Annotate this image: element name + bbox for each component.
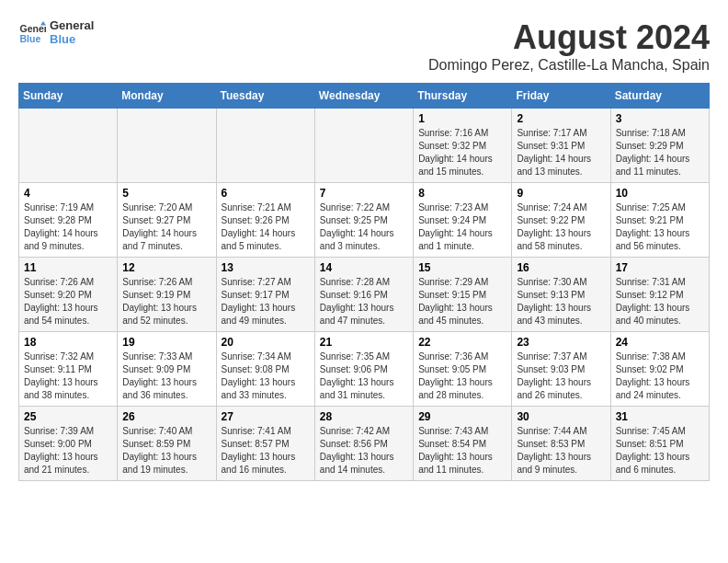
- calendar-cell: [216, 109, 314, 183]
- week-row-1: 1Sunrise: 7:16 AM Sunset: 9:32 PM Daylig…: [19, 109, 710, 183]
- day-info: Sunrise: 7:29 AM Sunset: 9:15 PM Dayligh…: [418, 276, 506, 327]
- calendar-cell: 16Sunrise: 7:30 AM Sunset: 9:13 PM Dayli…: [512, 258, 610, 332]
- calendar-cell: 5Sunrise: 7:20 AM Sunset: 9:27 PM Daylig…: [118, 183, 216, 258]
- day-info: Sunrise: 7:30 AM Sunset: 9:13 PM Dayligh…: [517, 276, 605, 327]
- header-saturday: Saturday: [610, 84, 709, 109]
- logo-line1: General: [50, 18, 94, 32]
- day-number: 7: [320, 187, 408, 200]
- day-number: 31: [616, 410, 704, 423]
- day-info: Sunrise: 7:25 AM Sunset: 9:21 PM Dayligh…: [616, 201, 704, 253]
- calendar-cell: 12Sunrise: 7:26 AM Sunset: 9:19 PM Dayli…: [118, 258, 216, 332]
- day-info: Sunrise: 7:26 AM Sunset: 9:19 PM Dayligh…: [122, 276, 210, 327]
- calendar-cell: 27Sunrise: 7:41 AM Sunset: 8:57 PM Dayli…: [216, 407, 314, 481]
- calendar-cell: 14Sunrise: 7:28 AM Sunset: 9:16 PM Dayli…: [314, 258, 413, 332]
- day-number: 21: [320, 336, 408, 349]
- day-number: 9: [517, 187, 605, 200]
- day-info: Sunrise: 7:32 AM Sunset: 9:11 PM Dayligh…: [24, 350, 112, 402]
- calendar-cell: 10Sunrise: 7:25 AM Sunset: 9:21 PM Dayli…: [610, 183, 709, 258]
- day-info: Sunrise: 7:43 AM Sunset: 8:54 PM Dayligh…: [418, 425, 506, 477]
- logo-line2: Blue: [50, 32, 94, 46]
- day-number: 20: [222, 336, 310, 349]
- day-number: 30: [517, 410, 605, 423]
- day-info: Sunrise: 7:42 AM Sunset: 8:56 PM Dayligh…: [320, 425, 408, 477]
- day-number: 25: [24, 410, 112, 423]
- subtitle: Domingo Perez, Castille-La Mancha, Spain: [428, 57, 710, 74]
- day-info: Sunrise: 7:36 AM Sunset: 9:05 PM Dayligh…: [418, 350, 506, 402]
- calendar-cell: 21Sunrise: 7:35 AM Sunset: 9:06 PM Dayli…: [314, 332, 413, 407]
- day-info: Sunrise: 7:28 AM Sunset: 9:16 PM Dayligh…: [320, 276, 408, 327]
- main-title: August 2024: [428, 18, 710, 57]
- day-number: 11: [24, 261, 112, 274]
- day-info: Sunrise: 7:21 AM Sunset: 9:26 PM Dayligh…: [222, 201, 310, 253]
- calendar-cell: [19, 109, 118, 183]
- calendar-cell: 15Sunrise: 7:29 AM Sunset: 9:15 PM Dayli…: [414, 258, 512, 332]
- header-friday: Friday: [512, 84, 610, 109]
- day-info: Sunrise: 7:45 AM Sunset: 8:51 PM Dayligh…: [616, 425, 704, 477]
- calendar-cell: 31Sunrise: 7:45 AM Sunset: 8:51 PM Dayli…: [610, 407, 709, 481]
- week-row-5: 25Sunrise: 7:39 AM Sunset: 9:00 PM Dayli…: [19, 407, 710, 481]
- day-number: 2: [517, 112, 605, 125]
- day-number: 22: [418, 336, 506, 349]
- day-number: 6: [222, 187, 310, 200]
- logo-icon: General Blue: [18, 18, 46, 46]
- day-number: 28: [320, 410, 408, 423]
- day-number: 4: [24, 187, 112, 200]
- day-info: Sunrise: 7:23 AM Sunset: 9:24 PM Dayligh…: [418, 201, 506, 253]
- calendar-cell: 20Sunrise: 7:34 AM Sunset: 9:08 PM Dayli…: [216, 332, 314, 407]
- day-number: 8: [418, 187, 506, 200]
- day-number: 12: [122, 261, 210, 274]
- calendar-cell: [118, 109, 216, 183]
- calendar-cell: 30Sunrise: 7:44 AM Sunset: 8:53 PM Dayli…: [512, 407, 610, 481]
- calendar-cell: 19Sunrise: 7:33 AM Sunset: 9:09 PM Dayli…: [118, 332, 216, 407]
- calendar-cell: 7Sunrise: 7:22 AM Sunset: 9:25 PM Daylig…: [314, 183, 413, 258]
- day-info: Sunrise: 7:22 AM Sunset: 9:25 PM Dayligh…: [320, 201, 408, 253]
- page-header: General Blue General Blue August 2024 Do…: [18, 18, 710, 74]
- day-info: Sunrise: 7:17 AM Sunset: 9:31 PM Dayligh…: [517, 127, 605, 178]
- calendar-cell: 18Sunrise: 7:32 AM Sunset: 9:11 PM Dayli…: [19, 332, 118, 407]
- header-sunday: Sunday: [19, 84, 118, 109]
- calendar-cell: 29Sunrise: 7:43 AM Sunset: 8:54 PM Dayli…: [414, 407, 512, 481]
- day-number: 13: [222, 261, 310, 274]
- header-row: SundayMondayTuesdayWednesdayThursdayFrid…: [19, 84, 710, 109]
- header-thursday: Thursday: [414, 84, 512, 109]
- calendar-cell: [314, 109, 413, 183]
- day-number: 19: [122, 336, 210, 349]
- calendar-cell: 23Sunrise: 7:37 AM Sunset: 9:03 PM Dayli…: [512, 332, 610, 407]
- day-info: Sunrise: 7:38 AM Sunset: 9:02 PM Dayligh…: [616, 350, 704, 402]
- day-info: Sunrise: 7:18 AM Sunset: 9:29 PM Dayligh…: [616, 127, 704, 178]
- calendar-cell: 13Sunrise: 7:27 AM Sunset: 9:17 PM Dayli…: [216, 258, 314, 332]
- calendar-cell: 22Sunrise: 7:36 AM Sunset: 9:05 PM Dayli…: [414, 332, 512, 407]
- title-block: August 2024 Domingo Perez, Castille-La M…: [428, 18, 710, 74]
- day-number: 16: [517, 261, 605, 274]
- day-number: 23: [517, 336, 605, 349]
- day-number: 15: [418, 261, 506, 274]
- calendar-cell: 2Sunrise: 7:17 AM Sunset: 9:31 PM Daylig…: [512, 109, 610, 183]
- day-number: 14: [320, 261, 408, 274]
- day-info: Sunrise: 7:33 AM Sunset: 9:09 PM Dayligh…: [122, 350, 210, 402]
- calendar-cell: 28Sunrise: 7:42 AM Sunset: 8:56 PM Dayli…: [314, 407, 413, 481]
- day-info: Sunrise: 7:27 AM Sunset: 9:17 PM Dayligh…: [222, 276, 310, 327]
- day-info: Sunrise: 7:34 AM Sunset: 9:08 PM Dayligh…: [222, 350, 310, 402]
- day-number: 5: [122, 187, 210, 200]
- day-info: Sunrise: 7:24 AM Sunset: 9:22 PM Dayligh…: [517, 201, 605, 253]
- day-number: 1: [418, 112, 506, 125]
- day-number: 29: [418, 410, 506, 423]
- day-number: 26: [122, 410, 210, 423]
- day-info: Sunrise: 7:19 AM Sunset: 9:28 PM Dayligh…: [24, 201, 112, 253]
- day-info: Sunrise: 7:41 AM Sunset: 8:57 PM Dayligh…: [222, 425, 310, 477]
- calendar-cell: 26Sunrise: 7:40 AM Sunset: 8:59 PM Dayli…: [118, 407, 216, 481]
- header-wednesday: Wednesday: [314, 84, 413, 109]
- day-number: 10: [616, 187, 704, 200]
- header-monday: Monday: [118, 84, 216, 109]
- calendar-cell: 9Sunrise: 7:24 AM Sunset: 9:22 PM Daylig…: [512, 183, 610, 258]
- day-number: 17: [616, 261, 704, 274]
- day-info: Sunrise: 7:31 AM Sunset: 9:12 PM Dayligh…: [616, 276, 704, 327]
- calendar-cell: 25Sunrise: 7:39 AM Sunset: 9:00 PM Dayli…: [19, 407, 118, 481]
- day-number: 3: [616, 112, 704, 125]
- svg-text:Blue: Blue: [20, 33, 41, 44]
- day-info: Sunrise: 7:16 AM Sunset: 9:32 PM Dayligh…: [418, 127, 506, 178]
- day-info: Sunrise: 7:39 AM Sunset: 9:00 PM Dayligh…: [24, 425, 112, 477]
- day-number: 27: [222, 410, 310, 423]
- calendar-cell: 24Sunrise: 7:38 AM Sunset: 9:02 PM Dayli…: [610, 332, 709, 407]
- calendar-cell: 8Sunrise: 7:23 AM Sunset: 9:24 PM Daylig…: [414, 183, 512, 258]
